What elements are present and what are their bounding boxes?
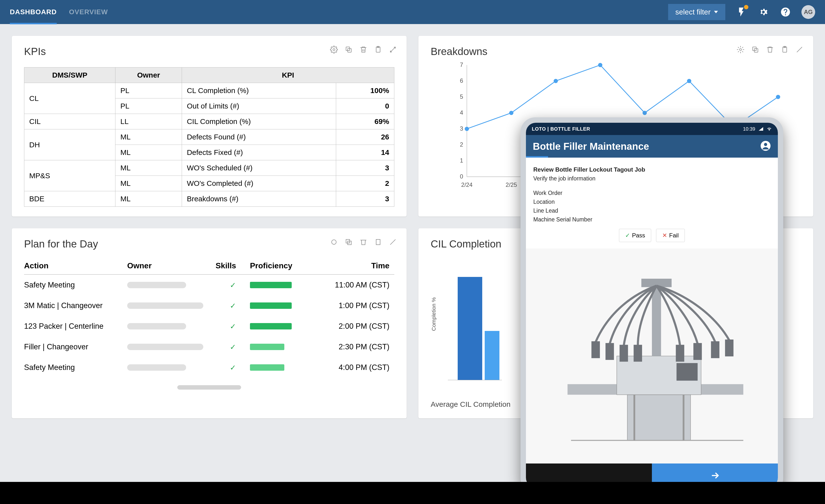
svg-rect-51: [592, 341, 600, 358]
ph-owner: Owner: [127, 261, 216, 270]
cell-owner: ML: [116, 176, 182, 191]
plan-row: Safety Meeting ✓ 11:00 AM (CST): [24, 275, 394, 295]
plan-action: Filler | Changeover: [24, 342, 127, 351]
gear-icon[interactable]: [737, 46, 744, 54]
copy-icon[interactable]: [345, 46, 353, 54]
cell-kpi: WO's Scheduled (#): [182, 160, 336, 176]
cell-value: 3: [336, 191, 394, 207]
th-owner: Owner: [116, 68, 182, 83]
trash-icon[interactable]: [360, 238, 367, 246]
tablet-image: [526, 248, 778, 464]
svg-rect-54: [634, 345, 642, 362]
plan-prof: [250, 282, 321, 288]
gear-icon[interactable]: [330, 46, 338, 54]
check-icon: ✓: [216, 322, 250, 331]
svg-rect-40: [458, 277, 482, 380]
plan-owner: [127, 282, 216, 288]
svg-text:1: 1: [460, 157, 463, 164]
cell-kpi: Out of Limits (#): [182, 98, 336, 114]
ph-action: Action: [24, 261, 127, 270]
svg-text:2: 2: [460, 141, 463, 148]
th-kpi: KPI: [182, 68, 394, 83]
plan-row: Safety Meeting ✓ 4:00 PM (CST): [24, 357, 394, 378]
settings-icon[interactable]: [757, 6, 769, 18]
gear-icon[interactable]: [330, 238, 338, 246]
cell-owner: ML: [116, 160, 182, 176]
tablet-body: Review Bottle Filler Lockout Tagout Job …: [526, 158, 778, 248]
check-icon: ✓: [216, 343, 250, 351]
clipboard-icon[interactable]: [374, 46, 382, 54]
plan-owner: [127, 344, 216, 350]
tablet-header: Bottle Filler Maintenance: [526, 135, 778, 158]
field-wo: Work Order: [533, 190, 770, 196]
plan-row: 123 Packer | Centerline ✓ 2:00 PM (CST): [24, 316, 394, 337]
notification-badge: [744, 5, 748, 9]
plan-action: Safety Meeting: [24, 280, 127, 289]
pass-button[interactable]: ✓Pass: [619, 229, 651, 242]
expand-icon[interactable]: [389, 46, 397, 54]
top-nav: DASHBOARD OVERVIEW select filter AG: [0, 0, 825, 24]
copy-icon[interactable]: [751, 46, 759, 54]
check-icon: ✓: [216, 363, 250, 372]
cell-kpi: Breakdowns (#): [182, 191, 336, 207]
svg-point-22: [554, 79, 558, 83]
plan-owner: [127, 303, 216, 309]
clipboard-icon[interactable]: [374, 238, 382, 246]
cell-value: 3: [336, 160, 394, 176]
scroll-indicator[interactable]: [177, 385, 241, 390]
plan-action: 3M Matic | Changeover: [24, 301, 127, 310]
cell-group: DH: [24, 130, 116, 160]
svg-point-20: [465, 127, 469, 131]
svg-rect-52: [605, 343, 614, 360]
svg-point-25: [687, 79, 691, 83]
tablet-device: LOTO | BOTTLE FILLER 10:39 Bottle Filler…: [521, 117, 783, 493]
svg-rect-48: [676, 363, 697, 381]
select-filter-button[interactable]: select filter: [668, 4, 725, 20]
copy-icon[interactable]: [345, 238, 353, 246]
svg-rect-39: [376, 239, 380, 245]
check-icon: ✓: [216, 302, 250, 310]
card-actions: [330, 46, 397, 54]
cell-kpi: CL Completion (%): [182, 83, 336, 98]
table-row: CILLLCIL Completion (%)69%: [24, 114, 394, 130]
nav-tabs: DASHBOARD OVERVIEW: [10, 0, 108, 24]
svg-text:0: 0: [460, 173, 463, 180]
cell-value: 69%: [336, 114, 394, 130]
cell-value: 0: [336, 98, 394, 114]
plan-card: Plan for the Day Action Owner Skills Pro…: [12, 228, 406, 418]
svg-point-0: [333, 49, 335, 51]
filter-label: select filter: [675, 8, 710, 16]
bottom-bar: [0, 482, 825, 504]
signal-icon: [758, 126, 764, 132]
table-row: BDEMLBreakdowns (#)3: [24, 191, 394, 207]
notifications-icon[interactable]: [735, 6, 747, 18]
machine-illustration: [545, 265, 759, 447]
expand-icon[interactable]: [796, 46, 803, 54]
expand-icon[interactable]: [389, 238, 397, 246]
help-icon[interactable]: [779, 6, 792, 18]
fail-button[interactable]: ✕Fail: [656, 229, 685, 242]
clipboard-icon[interactable]: [781, 46, 789, 54]
tab-dashboard[interactable]: DASHBOARD: [10, 0, 57, 24]
cell-kpi: Defects Fixed (#): [182, 145, 336, 160]
tablet-heading: Review Bottle Filler Lockout Tagout Job: [533, 166, 770, 173]
svg-text:7: 7: [460, 62, 463, 68]
cell-group: MP&S: [24, 160, 116, 191]
svg-rect-58: [725, 340, 733, 356]
ph-prof: Proficiency: [250, 261, 321, 270]
kpi-table: DMS/SWP Owner KPI CLPLCL Completion (%)1…: [24, 67, 394, 207]
user-avatar[interactable]: AG: [802, 5, 815, 19]
user-icon[interactable]: [760, 141, 771, 152]
plan-prof: [250, 364, 321, 371]
tablet-context: LOTO | BOTTLE FILLER: [532, 126, 590, 132]
svg-text:5: 5: [460, 93, 463, 100]
fail-label: Fail: [669, 232, 679, 239]
cell-owner: ML: [116, 191, 182, 207]
cell-owner: PL: [116, 83, 182, 98]
trash-icon[interactable]: [766, 46, 774, 54]
caret-down-icon: [714, 11, 718, 13]
svg-point-24: [643, 111, 647, 115]
tab-overview[interactable]: OVERVIEW: [69, 0, 108, 24]
field-serial: Machine Serial Number: [533, 216, 770, 223]
trash-icon[interactable]: [360, 46, 367, 54]
